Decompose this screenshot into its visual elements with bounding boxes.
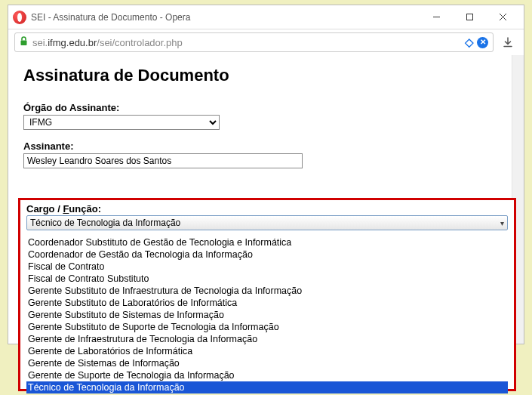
cargo-option[interactable]: Fiscal de Contrato Substituto	[26, 273, 508, 285]
address-end: ◇ ✕	[465, 35, 488, 49]
titlebar: SEI - Assinatura de Documento - Opera	[8, 5, 524, 29]
page-content: Assinatura de Documento Órgão do Assinan…	[8, 55, 524, 190]
minimize-button[interactable]	[420, 7, 453, 28]
cargo-option[interactable]: Gerente Substituto de Infraestrutura de …	[26, 285, 508, 297]
cargo-option[interactable]: Gerente de Laboratórios de Informática	[26, 345, 508, 357]
cargo-selected-value: Técnico de Tecnologia da Informação	[30, 218, 180, 228]
url-field[interactable]: sei.ifmg.edu.br/sei/controlador.php ◇ ✕	[14, 32, 494, 52]
shield-icon[interactable]: ◇	[465, 35, 474, 49]
assinante-label: Assinante:	[23, 140, 509, 152]
opera-icon	[13, 11, 26, 24]
download-icon[interactable]	[498, 32, 518, 52]
url-domain: ifmg.edu.br	[48, 37, 97, 48]
orgao-select[interactable]: IFMG	[23, 115, 220, 130]
cargo-option[interactable]: Gerente Substituto de Laboratórios de In…	[26, 297, 508, 309]
cargo-highlight-box: Cargo / Função: Técnico de Tecnologia da…	[18, 198, 516, 391]
svg-rect-4	[21, 41, 27, 46]
url-path: /sei/controlador.php	[97, 37, 182, 48]
cargo-label: Cargo / Função:	[26, 203, 508, 214]
chevron-down-icon: ▾	[500, 219, 504, 227]
cargo-option[interactable]: Gerente de Infraestrutura de Tecnologia …	[26, 333, 508, 345]
cargo-option-list: Coordenador Substituto de Gestão de Tecn…	[26, 236, 508, 393]
lock-icon	[20, 36, 28, 48]
cargo-label-prefix: Cargo /	[26, 203, 63, 214]
maximize-button[interactable]	[453, 7, 486, 28]
cargo-label-suffix: unção:	[69, 203, 101, 214]
cargo-option[interactable]: Coordenador de Gestão da Tecnologia da I…	[26, 248, 508, 261]
cargo-option[interactable]: Gerente de Suporte de Tecnologia da Info…	[26, 369, 508, 381]
cargo-option[interactable]: Gerente de Sistemas de Informação	[26, 357, 508, 369]
cargo-option[interactable]: Técnico de Tecnologia da Informação	[26, 381, 508, 393]
address-bar: sei.ifmg.edu.br/sei/controlador.php ◇ ✕	[8, 29, 524, 55]
cargo-option[interactable]: Gerente Substituto de Sistemas de Inform…	[26, 309, 508, 321]
stop-icon[interactable]: ✕	[477, 37, 488, 48]
url-prefix: sei.	[32, 37, 48, 48]
window-controls	[420, 7, 519, 28]
window-title: SEI - Assinatura de Documento - Opera	[31, 12, 420, 23]
cargo-option[interactable]: Fiscal de Contrato	[26, 261, 508, 273]
url-text: sei.ifmg.edu.br/sei/controlador.php	[32, 37, 465, 48]
page-title: Assinatura de Documento	[23, 66, 509, 85]
orgao-label: Órgão do Assinante:	[23, 102, 509, 113]
assinante-input[interactable]	[23, 153, 303, 168]
cargo-option[interactable]: Gerente Substituto de Suporte de Tecnolo…	[26, 321, 508, 333]
cargo-select[interactable]: Técnico de Tecnologia da Informação ▾	[26, 215, 508, 230]
svg-rect-1	[466, 14, 472, 20]
cargo-option[interactable]: Coordenador Substituto de Gestão de Tecn…	[26, 236, 508, 248]
close-button[interactable]	[486, 7, 519, 28]
